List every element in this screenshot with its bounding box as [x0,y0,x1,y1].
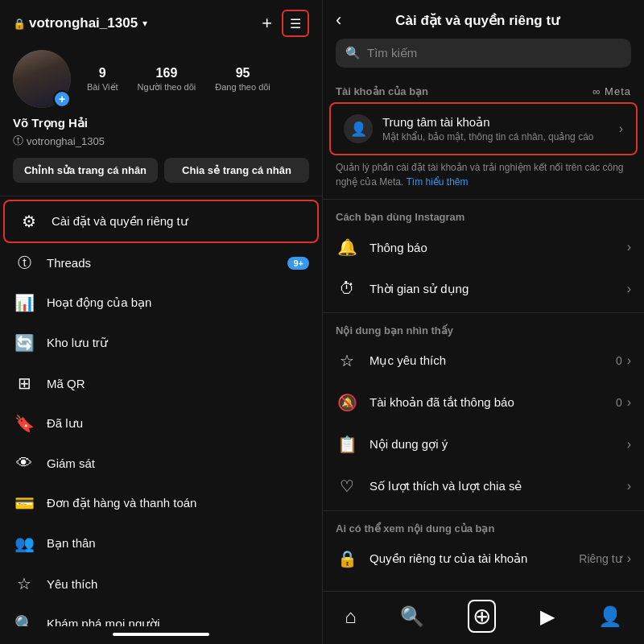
divider [0,196,322,196]
profile-nav-icon[interactable]: 👤 [598,605,622,628]
followers-label: Người theo dõi [138,82,196,93]
saved-label: Đã lưu [47,416,309,431]
account-center-subtitle: Mật khẩu, bảo mật, thông tin cá nhân, qu… [382,131,619,142]
suggested-content-item[interactable]: 📋 Nội dung gợi ý › [323,423,644,465]
suggested-icon: 📋 [336,435,358,454]
likes-shares-item[interactable]: ♡ Số lượt thích và lượt chia sẻ › [323,465,644,507]
close-friends-label: Bạn thân [47,536,309,551]
suggested-chevron: › [627,437,631,452]
right-panel: ‹ Cài đặt và quyền riêng tư 🔍 Tìm kiếm T… [322,0,644,644]
screen-time-item[interactable]: ⏱ Thời gian sử dụng › [323,268,644,309]
top-bar-actions: + ☰ [262,10,309,37]
close-friends-settings-item[interactable]: ★ Bạn thân 1 › [323,580,644,591]
account-privacy-text: Quyền riêng tư của tài khoản [369,551,579,566]
menu-item-saved[interactable]: 🔖 Đã lưu [0,403,322,444]
content-section-label: Nội dung bạn nhìn thấy [323,316,644,340]
bottom-indicator [113,633,209,636]
qr-icon: ⊞ [13,374,35,393]
menu-item-favorites[interactable]: ☆ Yêu thích [0,564,322,604]
discover-label: Khám phá mọi người [47,617,309,626]
favorites-chevron: › [627,353,631,368]
avatar-wrap: + [13,50,71,108]
add-nav-icon[interactable]: ⊕ [468,600,496,633]
menu-item-activity[interactable]: 📊 Hoạt động của bạn [0,283,322,323]
chevron-down-icon: ▾ [142,18,147,29]
search-nav-icon[interactable]: 🔍 [400,605,424,628]
privacy-icon: 🔒 [336,549,358,568]
favorites-item[interactable]: ☆ Mục yêu thích 0 › [323,340,644,382]
profile-top: + 9 Bài Viết 169 Người theo dõi 95 Đang … [13,50,309,108]
likes-icon: ♡ [336,477,358,496]
favorites-label: Yêu thích [47,577,309,591]
favorites-settings-icon: ☆ [336,351,358,370]
settings-icon: ⚙ [18,212,40,231]
divider-1 [323,199,644,200]
archive-icon: 🔄 [13,333,35,353]
activity-icon: 📊 [13,293,35,312]
stats-row: 9 Bài Viết 169 Người theo dõi 95 Đang th… [87,66,270,93]
menu-item-settings[interactable]: ⚙ Cài đặt và quyền riêng tư [3,200,319,243]
divider-3 [323,510,644,511]
menu-item-discover[interactable]: 🔍 Khám phá mọi người [0,604,322,626]
following-count: 95 [215,66,270,80]
muted-value: 0 [616,396,622,409]
share-profile-button[interactable]: Chia sẻ trang cá nhân [164,158,309,183]
muted-text: Tài khoản đã tắt thông báo [369,395,616,410]
learn-more-link[interactable]: Tìm hiểu thêm [407,176,469,188]
orders-label: Đơn đặt hàng và thanh toán [47,496,309,510]
threads-small-icon: ⓣ [13,134,23,148]
posts-stat: 9 Bài Viết [87,66,118,93]
menu-item-qr[interactable]: ⊞ Mã QR [0,363,322,403]
add-post-icon[interactable]: + [262,13,272,34]
reels-nav-icon[interactable]: ▶ [540,605,555,628]
account-center-text: Trung tâm tài khoản Mật khẩu, bảo mật, t… [382,115,619,142]
edit-profile-button[interactable]: Chỉnh sửa trang cá nhân [13,158,158,183]
menu-button[interactable]: ☰ [282,10,309,37]
privacy-chevron: › [627,551,631,566]
saved-icon: 🔖 [13,414,35,433]
profile-section: + 9 Bài Viết 169 Người theo dõi 95 Đang … [0,43,322,192]
threads-icon: ⓣ [13,254,35,272]
home-nav-icon[interactable]: ⌂ [345,605,357,628]
username-text: votronghai_1305 [29,15,138,31]
suggested-text: Nội dung gợi ý [369,437,627,452]
muted-icon: 🔕 [336,393,358,412]
followers-stat[interactable]: 169 Người theo dõi [138,66,196,93]
bottom-nav: ⌂ 🔍 ⊕ ▶ 👤 [323,591,644,644]
screen-time-text: Thời gian sử dụng [369,282,627,296]
following-stat[interactable]: 95 Đang theo dõi [215,66,270,93]
account-section-header: Tài khoản của bạn ∞ Meta [323,77,644,101]
chevron-right-icon: › [619,122,623,136]
handle-text: votronghai_1305 [27,135,105,147]
account-center-item[interactable]: 👤 Trung tâm tài khoản Mật khẩu, bảo mật,… [329,102,638,155]
screen-time-icon: ⏱ [336,279,358,298]
search-bar[interactable]: 🔍 Tìm kiếm [336,39,631,68]
settings-label: Cài đặt và quyền riêng tư [52,214,304,229]
followers-count: 169 [138,66,196,80]
add-story-button[interactable]: + [53,90,71,108]
archive-label: Kho lưu trữ [47,336,309,350]
notifications-icon: 🔔 [336,237,358,257]
menu-item-orders[interactable]: 💳 Đơn đặt hàng và thanh toán [0,483,322,523]
right-content: Tài khoản của bạn ∞ Meta 👤 Trung tâm tài… [323,77,644,591]
menu-item-close-friends[interactable]: 👥 Bạn thân [0,523,322,564]
likes-chevron: › [627,479,631,493]
notifications-item[interactable]: 🔔 Thông báo › [323,226,644,268]
menu-item-archive[interactable]: 🔄 Kho lưu trữ [0,323,322,363]
account-privacy-item[interactable]: 🔒 Quyền riêng tư của tài khoản Riêng tư … [323,538,644,580]
menu-item-supervision[interactable]: 👁 Giám sát [0,444,322,483]
meta-logo: ∞ Meta [592,85,631,97]
menu-item-threads[interactable]: ⓣ Threads 9+ [0,243,322,283]
lock-icon: 🔒 [13,18,26,30]
muted-accounts-item[interactable]: 🔕 Tài khoản đã tắt thông báo 0 › [323,382,644,423]
divider-2 [323,312,644,313]
right-header: ‹ Cài đặt và quyền riêng tư [323,0,644,39]
username-area[interactable]: 🔒 votronghai_1305 ▾ [13,15,147,31]
back-button[interactable]: ‹ [336,10,341,31]
search-input[interactable]: Tìm kiếm [367,46,417,60]
usage-section-label: Cách bạn dùng Instagram [323,203,644,226]
following-label: Đang theo dõi [215,82,270,92]
close-friends-icon: 👥 [13,534,35,553]
account-section-label: Tài khoản của bạn [336,85,428,97]
top-bar: 🔒 votronghai_1305 ▾ + ☰ [0,0,322,43]
